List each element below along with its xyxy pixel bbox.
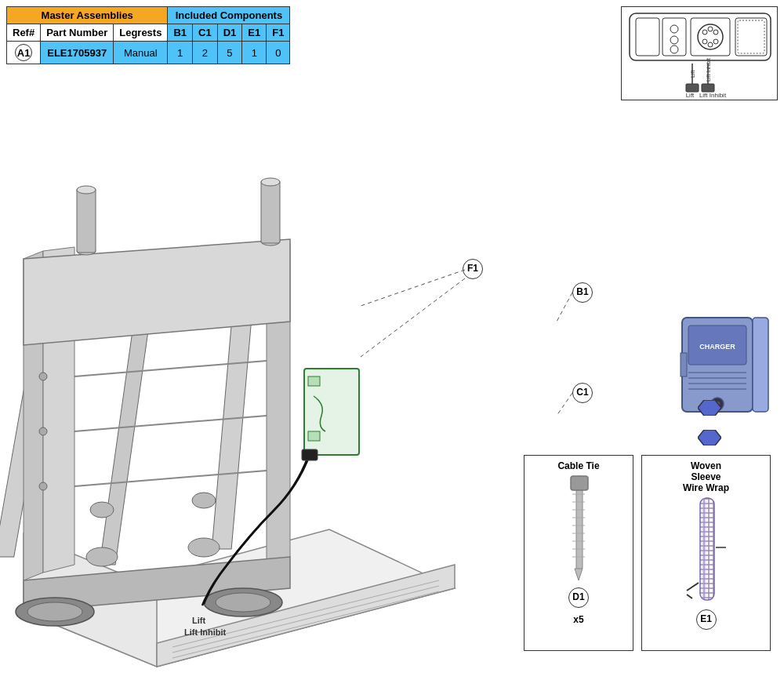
svg-point-11 bbox=[713, 39, 718, 44]
svg-point-55 bbox=[39, 482, 47, 490]
svg-point-12 bbox=[708, 27, 713, 31]
svg-point-41 bbox=[216, 593, 270, 612]
included-components-header: Included Components bbox=[168, 7, 290, 24]
svg-text:Lift Inhibit: Lift Inhibit bbox=[184, 627, 226, 637]
svg-rect-6 bbox=[691, 18, 730, 56]
svg-point-51 bbox=[90, 502, 114, 518]
svg-rect-19 bbox=[702, 84, 714, 92]
svg-rect-62 bbox=[302, 449, 318, 460]
svg-point-9 bbox=[713, 30, 718, 35]
svg-line-99 bbox=[687, 583, 699, 591]
svg-point-52 bbox=[192, 493, 216, 508]
svg-marker-93 bbox=[575, 569, 583, 580]
svg-rect-14 bbox=[735, 18, 767, 56]
callout-d1: D1 bbox=[568, 587, 589, 608]
woven-sleeve-title: Woven Sleeve Wire Wrap bbox=[683, 460, 729, 493]
svg-rect-2 bbox=[662, 18, 686, 56]
svg-point-39 bbox=[27, 602, 82, 621]
row-f1-cell: 0 bbox=[267, 42, 290, 64]
svg-point-54 bbox=[39, 427, 47, 435]
svg-text:Lift Inhibit: Lift Inhibit bbox=[699, 92, 727, 99]
d1-quantity: x5 bbox=[573, 614, 583, 625]
row-legrests-cell: Manual bbox=[114, 42, 168, 64]
bom-table: Master Assemblies Included Components Re… bbox=[6, 6, 290, 64]
svg-line-80 bbox=[557, 293, 572, 322]
row-d1-cell: 5 bbox=[217, 42, 242, 64]
col-ref-header: Ref# bbox=[7, 24, 41, 42]
part-c1-connector-bottom bbox=[698, 430, 721, 448]
svg-text:Lift: Lift bbox=[192, 616, 205, 625]
svg-rect-83 bbox=[571, 476, 588, 490]
col-d1-header: D1 bbox=[217, 24, 242, 42]
svg-rect-15 bbox=[738, 20, 764, 53]
callout-e1: E1 bbox=[696, 609, 717, 630]
svg-point-45 bbox=[77, 186, 96, 194]
svg-point-5 bbox=[670, 45, 678, 53]
col-legrests-header: Legrests bbox=[114, 24, 168, 42]
svg-rect-47 bbox=[261, 180, 280, 243]
svg-text:Lift: Lift bbox=[686, 92, 695, 99]
cable-tie-title: Cable Tie bbox=[557, 460, 599, 471]
svg-point-13 bbox=[708, 42, 713, 47]
col-e1-header: E1 bbox=[242, 24, 267, 42]
part-b1-image: CHARGER bbox=[674, 306, 776, 431]
master-assemblies-header: Master Assemblies bbox=[7, 7, 168, 24]
svg-rect-97 bbox=[702, 498, 706, 600]
col-f1-header: F1 bbox=[267, 24, 290, 42]
svg-text:Lift Inhibit: Lift Inhibit bbox=[706, 58, 711, 82]
svg-point-3 bbox=[670, 25, 678, 33]
svg-rect-1 bbox=[636, 18, 659, 56]
main-diagram: Lift Lift Inhibit bbox=[0, 102, 517, 675]
svg-line-100 bbox=[687, 595, 692, 598]
svg-point-48 bbox=[261, 178, 280, 186]
svg-text:Lift: Lift bbox=[690, 71, 695, 78]
col-part-header: Part Number bbox=[41, 24, 114, 42]
svg-rect-44 bbox=[77, 188, 96, 253]
row-b1-cell: 1 bbox=[168, 42, 193, 64]
svg-rect-61 bbox=[308, 431, 320, 441]
cable-tie-box: Cable Tie D1 x5 bbox=[524, 455, 633, 651]
svg-point-49 bbox=[86, 547, 118, 566]
svg-rect-74 bbox=[753, 318, 768, 412]
svg-rect-18 bbox=[686, 84, 699, 92]
row-part-cell: ELE1705937 bbox=[41, 42, 114, 64]
col-b1-header: B1 bbox=[168, 24, 193, 42]
svg-point-10 bbox=[702, 39, 707, 44]
svg-marker-77 bbox=[698, 430, 721, 445]
svg-line-81 bbox=[557, 393, 572, 416]
row-ref-cell: A1 bbox=[7, 42, 41, 64]
svg-point-4 bbox=[670, 36, 678, 44]
connector-diagram: Lift Lift Inhibit Lift Lift Inhibit bbox=[621, 6, 778, 100]
col-c1-header: C1 bbox=[193, 24, 218, 42]
callout-c1: C1 bbox=[572, 383, 593, 403]
row-c1-cell: 2 bbox=[193, 42, 218, 64]
callout-f1: F1 bbox=[463, 259, 483, 279]
svg-rect-75 bbox=[681, 353, 687, 376]
svg-point-50 bbox=[188, 538, 220, 557]
callout-b1: B1 bbox=[572, 282, 593, 303]
ref-a1-badge: A1 bbox=[15, 44, 32, 61]
part-c1-connector-top bbox=[698, 400, 721, 418]
woven-sleeve-box: Woven Sleeve Wire Wrap E1 bbox=[641, 455, 771, 651]
svg-text:CHARGER: CHARGER bbox=[699, 343, 735, 351]
row-e1-cell: 1 bbox=[242, 42, 267, 64]
svg-marker-76 bbox=[698, 400, 721, 416]
svg-point-53 bbox=[39, 373, 47, 380]
svg-point-8 bbox=[702, 30, 707, 35]
svg-point-7 bbox=[698, 24, 723, 49]
svg-rect-60 bbox=[308, 376, 320, 386]
